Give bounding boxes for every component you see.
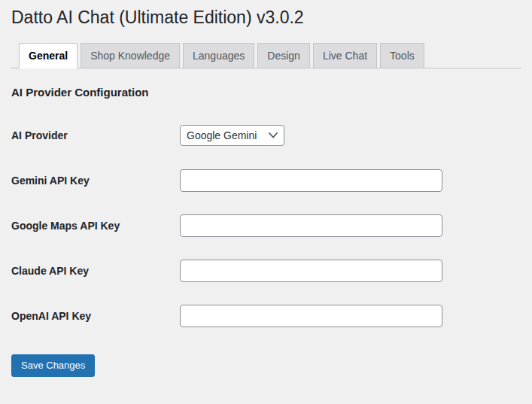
gemini-api-key-label: Gemini API Key bbox=[11, 175, 180, 187]
submit-row: Save Changes bbox=[11, 350, 521, 377]
tab-design[interactable]: Design bbox=[257, 43, 310, 68]
ai-provider-label: AI Provider bbox=[11, 129, 180, 141]
form-row-claude-key: Claude API Key bbox=[11, 260, 521, 282]
settings-page: Datto AI Chat (Ultimate Edition) v3.0.2 … bbox=[0, 0, 532, 377]
save-changes-button[interactable]: Save Changes bbox=[11, 354, 95, 377]
ai-provider-select[interactable]: Google Gemini bbox=[180, 125, 284, 146]
tab-live-chat[interactable]: Live Chat bbox=[313, 43, 377, 68]
tab-general[interactable]: General bbox=[19, 43, 78, 68]
gemini-api-key-input[interactable] bbox=[180, 169, 442, 192]
tab-languages[interactable]: Languages bbox=[183, 43, 254, 68]
page-title: Datto AI Chat (Ultimate Edition) v3.0.2 bbox=[11, 0, 521, 32]
tab-shop-knowledge[interactable]: Shop Knowledge bbox=[81, 43, 180, 68]
claude-api-key-label: Claude API Key bbox=[11, 265, 180, 277]
settings-form: AI Provider Google Gemini Gemini API Key… bbox=[11, 124, 521, 377]
tab-tools[interactable]: Tools bbox=[380, 43, 424, 68]
section-heading: AI Provider Configuration bbox=[11, 86, 521, 99]
form-row-google-maps-key: Google Maps API Key bbox=[11, 214, 521, 237]
ai-provider-select-wrap: Google Gemini bbox=[180, 125, 284, 146]
form-row-gemini-key: Gemini API Key bbox=[11, 169, 521, 192]
openai-api-key-input[interactable] bbox=[180, 305, 442, 327]
openai-api-key-label: OpenAI API Key bbox=[11, 310, 180, 322]
google-maps-api-key-input[interactable] bbox=[180, 214, 442, 237]
form-row-ai-provider: AI Provider Google Gemini bbox=[11, 124, 521, 147]
tab-bar: GeneralShop KnowledgeLanguagesDesignLive… bbox=[11, 43, 521, 68]
claude-api-key-input[interactable] bbox=[180, 260, 442, 282]
form-row-openai-key: OpenAI API Key bbox=[11, 305, 521, 327]
google-maps-api-key-label: Google Maps API Key bbox=[11, 220, 180, 232]
